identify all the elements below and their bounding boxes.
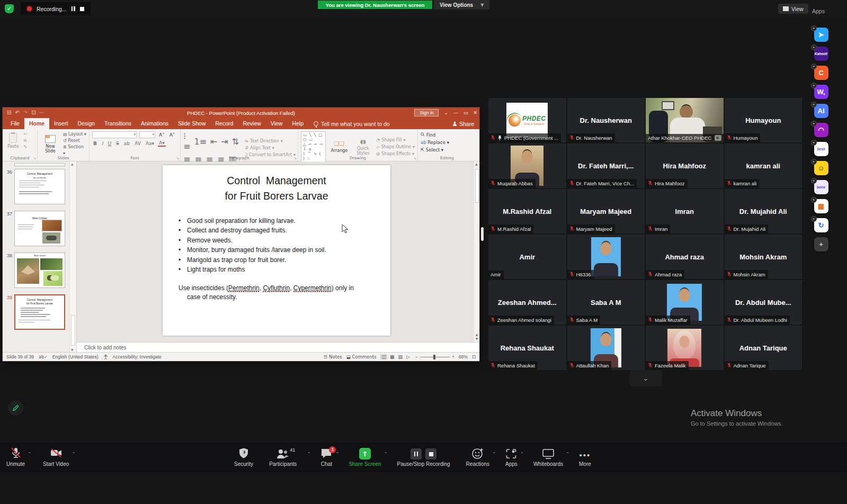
participant-tile[interactable]: Maryam Majeed Maryam Majeed [567, 189, 645, 233]
format-painter-icon[interactable]: ✎ [24, 144, 28, 150]
view-options-button[interactable]: View Options ▼ [434, 0, 489, 10]
change-case-icon[interactable]: Aa▾ [145, 141, 155, 146]
select-button[interactable]: ⇱ Select ▾ [421, 146, 474, 154]
slide-page[interactable]: Control Management for Fruit Borers Larv… [163, 165, 390, 336]
w-app-icon[interactable]: W,+ [814, 85, 828, 99]
comments-toggle[interactable]: ⬓ Comments [346, 354, 377, 359]
security-button[interactable]: Security [234, 447, 253, 467]
language-indicator[interactable]: English (United States) [52, 354, 99, 359]
participant-tile[interactable]: Dr. Nausherwan Dr. Nausherwan [567, 98, 645, 142]
slide-sorter-icon[interactable]: ▦ [389, 354, 396, 359]
cut-icon[interactable]: ✂ [24, 131, 28, 138]
ppt-tab-view[interactable]: View [266, 118, 288, 129]
ppt-tab-insert[interactable]: Insert [49, 118, 73, 129]
chevron-up-icon[interactable]: ⌃ [336, 452, 340, 456]
zoom-in-icon[interactable]: + [452, 354, 454, 359]
sign-in-button[interactable]: Sign in [414, 109, 439, 116]
twine-app-icon[interactable]: twine+ [814, 180, 828, 194]
participant-tile[interactable]: Fazeela Malik [646, 326, 724, 370]
start-video-button[interactable]: Start Video ⌃ [43, 447, 69, 467]
participant-tile[interactable]: Rehana Shaukat Rehana Shaukat [488, 326, 566, 370]
chevron-up-icon[interactable]: ⌃ [307, 452, 311, 456]
participant-tile[interactable]: Muqarab Abbas [488, 143, 566, 188]
scroll-up-icon[interactable]: ▲ [475, 162, 478, 166]
chevron-up-icon[interactable]: ⌃ [566, 452, 569, 456]
grow-font-icon[interactable]: A˄ [158, 132, 166, 138]
slide-number-indicator[interactable]: Slide 39 of 39 [6, 354, 34, 359]
ppt-tab-design[interactable]: Design [73, 118, 100, 129]
font-name-combo[interactable] [92, 131, 137, 138]
slide-thumbnail-38[interactable]: 38 Borer attack [5, 253, 67, 288]
participant-tile[interactable]: Zeeshan Ahmed... Zeeshan Ahmed solangi [488, 280, 566, 325]
annotate-pencil-button[interactable] [8, 400, 23, 416]
participant-tile[interactable]: PHDECGrow & Globalize PHDEC (Government … [488, 98, 566, 142]
pause-recording-icon[interactable] [411, 448, 422, 460]
participant-tile[interactable]: Dr. Mujahid Ali Dr. Mujahid Ali [725, 189, 803, 233]
participant-tile[interactable]: Dr. Abdul Mube... Dr. Abdul Mubeen Lodhi [725, 280, 803, 325]
gallery-next-page-button[interactable]: ⌄ [629, 370, 662, 386]
chevron-up-icon[interactable]: ⌃ [384, 452, 388, 456]
italic-icon[interactable]: I [101, 141, 104, 146]
participant-tile[interactable]: Attaullah Khan [567, 326, 645, 370]
strikethrough-icon[interactable]: S [115, 141, 120, 146]
font-size-combo[interactable] [139, 131, 155, 138]
chat-button[interactable]: 1 Chat ⌃ [320, 447, 333, 467]
participant-tile[interactable]: kamran ali kamran ali [725, 143, 803, 188]
slide-thumbnail-39-selected[interactable]: 39 Control Managementfor Fruit Borers La… [5, 294, 67, 330]
whiteboards-button[interactable]: Whiteboards ⌃ [533, 447, 563, 467]
ppt-tab-file[interactable]: File [6, 118, 24, 129]
slideshow-view-icon[interactable]: ▷ [405, 354, 411, 359]
slide-canvas[interactable]: Control Management for Fruit Borers Larv… [77, 161, 479, 342]
orange-c-app-icon[interactable]: C+ [814, 66, 828, 80]
slide-thumbnail-37[interactable]: 37 Mole Cricket [5, 211, 67, 246]
participant-tile[interactable]: Athar Khokhar-CEO PHDEC [646, 98, 724, 142]
sync-app-icon[interactable]: ↻+ [814, 218, 828, 232]
clipboard-dialog-launcher[interactable]: ↘ [33, 156, 36, 160]
align-text-button[interactable]: ⇵ Align Text ▾ [245, 145, 296, 151]
gallery-scrollbar-thumb[interactable] [481, 227, 484, 241]
accessibility-icon[interactable] [103, 354, 108, 359]
participant-tile[interactable]: Saba A M Saba A M [567, 280, 645, 325]
view-button[interactable]: View [778, 4, 808, 14]
ppt-tab-help[interactable]: Help [287, 118, 308, 129]
new-slide-button[interactable]: New Slide [40, 134, 60, 154]
participant-tile[interactable]: Malik Muzaffar [646, 280, 724, 325]
chevron-up-icon[interactable]: ⌃ [72, 452, 76, 456]
canvas-scrollbar[interactable]: ▲ ▲▼ [474, 161, 479, 342]
zoom-slider[interactable] [420, 357, 450, 357]
normal-view-icon[interactable]: ◫ [380, 354, 387, 359]
stop-recording-icon[interactable] [425, 448, 436, 460]
slide-thumbnail-partial[interactable] [14, 163, 65, 166]
signal-camera-app-icon[interactable]: ◠+ [814, 123, 828, 137]
previous-slide-icon[interactable]: ▲ [474, 332, 479, 337]
slide-insecticide-text[interactable]: Use insecticides (Permethrin, Cyfluthrin… [179, 284, 376, 302]
share-screen-button[interactable]: ↑ Share Screen ⌃ [349, 447, 381, 467]
pause-recording-icon[interactable] [72, 6, 75, 11]
font-dialog-launcher[interactable]: ↘ [176, 156, 179, 160]
more-button[interactable]: ••• More [579, 447, 591, 467]
participant-tile[interactable]: Humayoun Humayoun [725, 98, 803, 142]
paragraph-dialog-launcher[interactable]: ↘ [293, 156, 297, 160]
participant-tile[interactable]: M.Rashid Afzal M.Rashid Afzal [488, 189, 566, 233]
ppt-tab-record[interactable]: Record [211, 118, 238, 129]
participant-tile[interactable]: Imran Imran [646, 189, 724, 233]
slide-bullet-list[interactable]: Good soil preparation for killing larvae… [187, 216, 390, 275]
restore-icon[interactable]: ▭ [463, 110, 468, 115]
char-spacing-icon[interactable]: AV [133, 141, 142, 146]
zoom-level[interactable]: 68% [459, 354, 468, 359]
ppt-tab-transitions[interactable]: Transitions [100, 118, 136, 129]
notes-pane[interactable]: Click to add notes [77, 342, 479, 352]
section-button[interactable]: ≣ Section ▾ [63, 144, 86, 157]
minimize-icon[interactable]: — [453, 110, 458, 115]
text-direction-button[interactable]: ⇋ Text Direction ▾ [245, 138, 296, 145]
pause-stop-recording-button[interactable]: Pause/Stop Recording [397, 447, 450, 467]
participant-tile[interactable]: Amir Amir [488, 235, 566, 279]
accessibility-label[interactable]: Accessibility: Investigate [113, 354, 162, 359]
participant-tile[interactable]: H8336 [567, 235, 645, 279]
layout-button[interactable]: ▤ Layout ▾ [63, 131, 86, 138]
copy-icon[interactable]: ⧉ [24, 138, 28, 144]
shrink-font-icon[interactable]: A˅ [168, 132, 176, 138]
reset-button[interactable]: ↺ Reset [63, 138, 86, 144]
quick-styles-button[interactable]: ◖◗ Quick Styles [352, 138, 373, 156]
chevron-up-icon[interactable]: ⌃ [492, 452, 496, 456]
